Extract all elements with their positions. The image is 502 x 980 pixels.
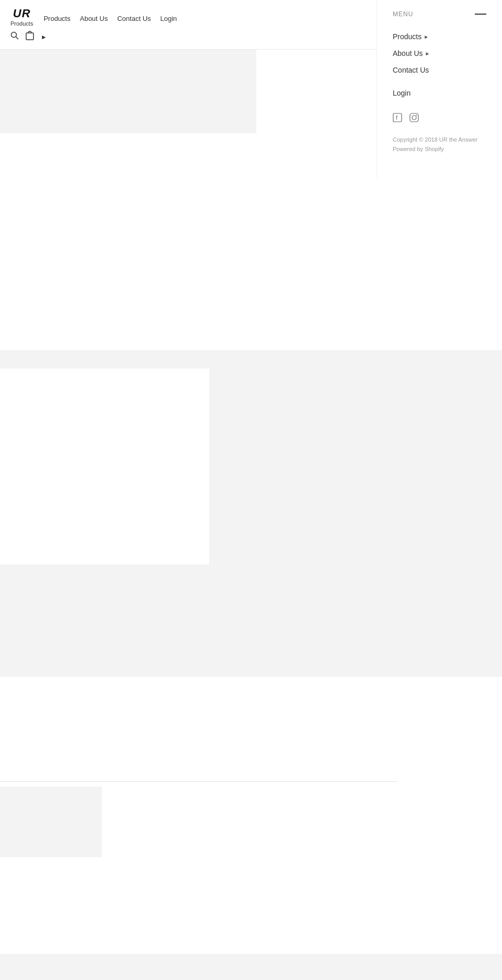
- menu-item-contact-us[interactable]: Contact Us: [393, 62, 486, 78]
- header: UR Products Products About Us Contact Us…: [0, 0, 502, 50]
- section-3: [0, 350, 502, 564]
- hero-image-placeholder: [0, 50, 256, 133]
- gray-strip: [0, 350, 502, 368]
- instagram-icon[interactable]: [409, 113, 419, 125]
- svg-point-0: [12, 32, 17, 38]
- menu-item-about-us[interactable]: About Us ►: [393, 45, 486, 62]
- menu-item-products[interactable]: Products ►: [393, 28, 486, 45]
- menu-close-icon[interactable]: [475, 14, 486, 15]
- nav-products[interactable]: Products: [43, 15, 70, 22]
- menu-powered: Powered by Shopify: [393, 145, 486, 154]
- menu-item-products-label: Products: [393, 32, 421, 41]
- menu-login[interactable]: Login: [393, 89, 486, 97]
- menu-label: MENU: [393, 10, 413, 18]
- section-2-whitespace: [0, 222, 502, 350]
- section-6: [0, 781, 502, 862]
- nav-about-us[interactable]: About Us: [80, 15, 108, 22]
- svg-rect-2: [26, 33, 33, 40]
- section-3-left-panel: [0, 368, 209, 564]
- logo[interactable]: UR: [13, 8, 31, 19]
- menu-overlay: MENU Products ► About Us ► Contact Us Lo…: [376, 0, 502, 178]
- logo-area: UR Products: [10, 5, 33, 27]
- section-3-right-panel: [209, 368, 502, 564]
- menu-items: Products ► About Us ► Contact Us: [393, 28, 486, 78]
- header-icons: ►: [10, 31, 47, 43]
- section-4-gray-block: [0, 564, 502, 677]
- facebook-icon[interactable]: f: [393, 113, 402, 125]
- main-nav: Products About Us Contact Us Login: [43, 15, 186, 22]
- about-arrow-icon: ►: [425, 51, 430, 56]
- svg-text:f: f: [396, 114, 398, 121]
- svg-rect-5: [410, 113, 418, 122]
- menu-close-bar: MENU: [393, 10, 486, 18]
- section-7-whitespace: [0, 862, 502, 930]
- products-arrow-icon: ►: [424, 34, 429, 40]
- play-icon[interactable]: ►: [41, 33, 47, 41]
- main-content: [0, 50, 502, 980]
- menu-copyright: Copyright © 2018 UR the Answer: [393, 135, 486, 145]
- menu-footer: Copyright © 2018 UR the Answer Powered b…: [393, 135, 486, 154]
- menu-item-contact-us-label: Contact Us: [393, 66, 429, 74]
- thumbnail-2-area: [105, 787, 209, 857]
- cart-icon[interactable]: [25, 31, 35, 43]
- nav-login[interactable]: Login: [161, 15, 177, 22]
- section-6-divider: [0, 781, 397, 782]
- footer: [0, 954, 502, 980]
- svg-line-1: [16, 37, 19, 40]
- svg-point-7: [416, 115, 417, 116]
- section-8-whitespace: [0, 930, 502, 954]
- menu-social: f: [393, 113, 486, 125]
- search-icon[interactable]: [10, 31, 19, 42]
- thumbnail-1: [0, 787, 102, 857]
- nav-contact-us[interactable]: Contact Us: [117, 15, 151, 22]
- section-3-content: [0, 368, 502, 564]
- section-5-whitespace: [0, 677, 502, 781]
- menu-item-about-us-label: About Us: [393, 49, 423, 57]
- logo-label: Products: [10, 20, 33, 27]
- svg-point-6: [412, 116, 416, 120]
